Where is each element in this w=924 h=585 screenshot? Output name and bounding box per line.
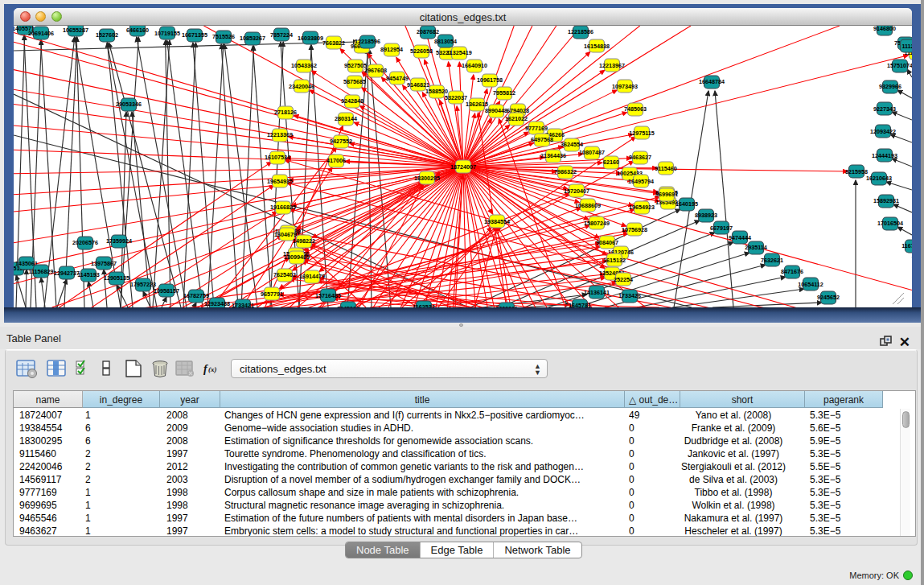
svg-text:16640910: 16640910 <box>462 62 487 69</box>
svg-text:7515526: 7515526 <box>212 33 235 40</box>
svg-text:16495794: 16495794 <box>628 178 654 185</box>
svg-text:9115460: 9115460 <box>655 165 677 172</box>
svg-text:8215958: 8215958 <box>845 168 868 175</box>
svg-text:15751074: 15751074 <box>887 62 912 69</box>
svg-text:12444193: 12444193 <box>872 152 897 159</box>
svg-text:7955812: 7955812 <box>493 89 515 97</box>
svg-text:12923488: 12923488 <box>204 300 230 307</box>
svg-text:1640195: 1640195 <box>676 200 698 208</box>
svg-text:10688609: 10688609 <box>575 202 601 209</box>
svg-text:11325419: 11325419 <box>446 49 472 56</box>
svg-text:6497568: 6497568 <box>531 136 553 143</box>
svg-text:17359924: 17359924 <box>106 237 132 245</box>
svg-text:9245013: 9245013 <box>337 305 359 307</box>
svg-text:9329966: 9329966 <box>879 83 901 90</box>
svg-text:417006: 417006 <box>326 157 346 164</box>
svg-text:10958157: 10958157 <box>154 287 179 295</box>
svg-text:2803144: 2803144 <box>335 115 357 122</box>
svg-text:10973493: 10973493 <box>612 83 638 90</box>
svg-text:1733426: 1733426 <box>618 292 641 299</box>
svg-text:17957223: 17957223 <box>130 281 156 288</box>
svg-text:1615132: 1615132 <box>603 257 626 264</box>
svg-text:9463627: 9463627 <box>629 154 651 161</box>
svg-text:9474444: 9474444 <box>729 234 751 241</box>
svg-text:8471676: 8471676 <box>781 268 803 275</box>
svg-text:10719155: 10719155 <box>154 30 180 37</box>
svg-text:9227343: 9227343 <box>873 105 896 113</box>
svg-text:16782759: 16782759 <box>183 292 209 299</box>
svg-text:19654935: 19654935 <box>267 178 293 185</box>
svg-text:16154838: 16154838 <box>584 43 610 50</box>
svg-text:18300295: 18300295 <box>414 175 440 182</box>
svg-text:29053346: 29053346 <box>116 101 142 108</box>
svg-text:14136141: 14136141 <box>584 289 610 296</box>
svg-text:1527602: 1527602 <box>96 31 118 39</box>
svg-text:10807487: 10807487 <box>579 149 605 156</box>
svg-text:9699691: 9699691 <box>655 191 678 198</box>
svg-text:1167534: 1167534 <box>901 242 912 249</box>
svg-text:9427552: 9427552 <box>330 138 352 145</box>
svg-text:2967608: 2967608 <box>364 67 387 74</box>
svg-text:1498222: 1498222 <box>293 237 315 245</box>
svg-text:12942737: 12942737 <box>54 270 80 277</box>
svg-text:7857224: 7857224 <box>270 31 293 39</box>
svg-text:8990448: 8990448 <box>485 107 507 114</box>
svg-text:15716485: 15716485 <box>315 292 341 299</box>
svg-text:5875685: 5875685 <box>343 78 366 85</box>
svg-text:21364436: 21364436 <box>540 152 566 159</box>
svg-text:2935114: 2935114 <box>745 244 767 251</box>
svg-text:8912954: 8912954 <box>380 46 403 53</box>
svg-text:8813054: 8813054 <box>434 38 457 45</box>
svg-text:12218596: 12218596 <box>355 38 380 45</box>
svg-text:20691406: 20691406 <box>28 30 54 37</box>
svg-text:1621022: 1621022 <box>505 115 528 122</box>
svg-text:10756928: 10756928 <box>622 226 647 233</box>
svg-text:5322037: 5322037 <box>445 94 467 101</box>
svg-text:19384554: 19384554 <box>484 218 510 225</box>
svg-text:2087682: 2087682 <box>417 28 439 35</box>
svg-text:10961758: 10961758 <box>477 76 503 84</box>
svg-text:9242848: 9242848 <box>341 97 363 105</box>
svg-text:6679197: 6679197 <box>710 225 733 232</box>
svg-text:16914479: 16914479 <box>299 273 325 280</box>
svg-text:9245652: 9245652 <box>817 294 840 301</box>
svg-text:7663822: 7663822 <box>322 39 345 47</box>
svg-text:12975115: 12975115 <box>629 130 655 137</box>
svg-text:10654112: 10654112 <box>798 281 823 288</box>
svg-text:7632621: 7632621 <box>761 257 783 264</box>
svg-text:23420046: 23420046 <box>289 83 314 90</box>
svg-text:16107534: 16107534 <box>265 154 290 161</box>
svg-text:12213369: 12213369 <box>267 131 293 138</box>
svg-text:20206576: 20206576 <box>72 239 98 246</box>
svg-text:6466160: 6466160 <box>126 27 149 34</box>
svg-text:1145193: 1145193 <box>77 271 100 278</box>
svg-text:9460011: 9460011 <box>495 305 518 307</box>
svg-text:8454749: 8454749 <box>386 75 409 82</box>
svg-text:5226058: 5226058 <box>410 47 433 55</box>
svg-text:18099489: 18099489 <box>284 253 310 261</box>
svg-text:10543362: 10543362 <box>291 62 317 69</box>
svg-text:10655287: 10655287 <box>63 27 88 34</box>
svg-text:(x): (x) <box>208 365 217 373</box>
svg-text:17016504: 17016504 <box>877 220 903 227</box>
svg-text:18724007: 18724007 <box>450 163 476 171</box>
svg-text:7625402: 7625402 <box>273 271 296 278</box>
svg-text:13975867: 13975867 <box>91 260 117 267</box>
svg-text:16648784: 16648784 <box>699 78 725 85</box>
svg-text:15720407: 15720407 <box>564 187 589 195</box>
svg-text:2718126: 2718126 <box>274 109 297 116</box>
svg-text:1733421: 1733421 <box>232 302 254 307</box>
svg-text:62160: 62160 <box>603 159 619 166</box>
svg-text:1112: 1112 <box>901 43 912 50</box>
svg-text:9657791: 9657791 <box>261 290 283 298</box>
svg-text:1645781: 1645781 <box>569 302 591 307</box>
svg-text:16210643: 16210643 <box>866 175 892 182</box>
svg-text:7986322: 7986322 <box>554 168 577 175</box>
svg-text:7485063: 7485063 <box>624 105 647 113</box>
svg-text:19166825: 19166825 <box>270 204 296 211</box>
svg-text:12213967: 12213967 <box>599 62 625 69</box>
svg-text:15892931: 15892931 <box>873 197 899 204</box>
svg-text:16671355: 16671355 <box>182 31 207 39</box>
svg-text:10853267: 10853267 <box>240 35 265 42</box>
svg-text:3624554: 3624554 <box>561 141 583 148</box>
